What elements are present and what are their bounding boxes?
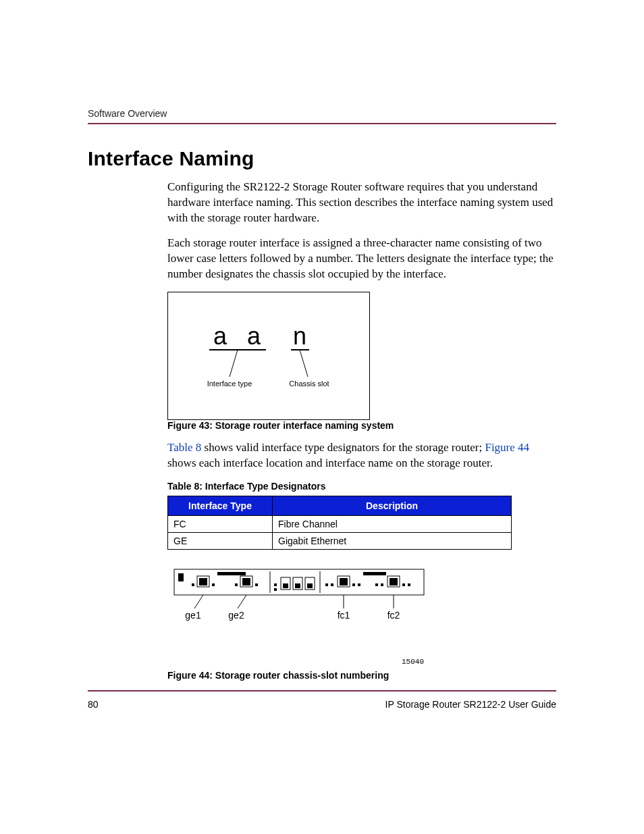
figure-43-caption: Figure 43: Storage router interface nami… <box>167 420 556 431</box>
fig44-label-fc1: fc1 <box>338 610 350 621</box>
svg-rect-13 <box>242 578 250 585</box>
svg-rect-34 <box>390 578 398 585</box>
svg-line-3 <box>230 350 238 377</box>
fig43-letter-a2: a <box>247 322 261 350</box>
svg-rect-14 <box>235 583 238 586</box>
table-header-row: Interface Type Description <box>168 496 512 515</box>
svg-rect-0 <box>168 292 370 419</box>
link-table-8[interactable]: Table 8 <box>167 441 201 454</box>
footer-rule <box>88 690 556 692</box>
svg-rect-35 <box>375 583 378 586</box>
guide-title: IP Storage Router SR2122-2 User Guide <box>385 699 556 710</box>
fig43-letter-a1: a <box>213 322 227 350</box>
table-8-r1c2: Fibre Channel <box>273 515 512 532</box>
fig44-image-id: 15040 <box>402 658 424 666</box>
svg-rect-22 <box>283 583 288 588</box>
running-header: Software Overview <box>88 108 556 119</box>
svg-rect-10 <box>192 583 194 586</box>
page-number: 80 <box>88 699 99 710</box>
svg-rect-11 <box>212 583 215 586</box>
fig43-label-chassis-slot: Chassis slot <box>289 380 329 388</box>
svg-rect-17 <box>274 583 277 586</box>
figure-44-caption: Figure 44: Storage router chassis-slot n… <box>167 670 556 681</box>
paragraph-2: Each storage router interface is assigne… <box>167 236 556 282</box>
paragraph-3: Table 8 shows valid interface type desig… <box>167 440 556 471</box>
svg-rect-9 <box>199 578 207 585</box>
table-8-r1c1: FC <box>168 515 273 532</box>
table-8-r2c2: Gigabit Ethernet <box>273 532 512 549</box>
table-8-caption: Table 8: Interface Type Designators <box>167 481 556 492</box>
svg-rect-5 <box>174 569 424 595</box>
fig43-letter-n: n <box>293 322 306 350</box>
figure-43: a a n Interface type Chassis slot Figure… <box>167 292 556 431</box>
svg-rect-23 <box>295 583 300 588</box>
svg-rect-38 <box>408 583 410 586</box>
figure-43-svg: a a n Interface type Chassis slot <box>167 292 370 420</box>
content-column: Configuring the SR2122-2 Storage Router … <box>167 180 556 681</box>
svg-rect-32 <box>358 583 360 586</box>
section-title: Interface Naming <box>88 147 556 170</box>
fig43-label-interface-type: Interface type <box>207 380 252 388</box>
svg-rect-29 <box>325 583 328 586</box>
svg-rect-30 <box>331 583 333 586</box>
svg-rect-26 <box>363 572 386 575</box>
svg-rect-6 <box>178 573 184 581</box>
svg-line-39 <box>194 595 203 608</box>
table-row: FC Fibre Channel <box>168 515 512 532</box>
svg-rect-18 <box>274 588 277 591</box>
figure-44-svg: ge1 ge2 fc1 fc2 15040 <box>167 566 437 667</box>
svg-rect-15 <box>255 583 258 586</box>
svg-line-4 <box>300 350 308 377</box>
svg-rect-24 <box>307 583 313 588</box>
fig44-label-ge2: ge2 <box>228 610 244 621</box>
fig44-label-ge1: ge1 <box>185 610 201 621</box>
page: Software Overview Interface Naming Confi… <box>0 0 644 834</box>
svg-rect-36 <box>381 583 383 586</box>
table-8-h1: Interface Type <box>168 496 273 515</box>
table-8-r2c1: GE <box>168 532 273 549</box>
paragraph-1: Configuring the SR2122-2 Storage Router … <box>167 180 556 226</box>
svg-rect-7 <box>217 572 246 575</box>
link-figure-44[interactable]: Figure 44 <box>485 441 529 454</box>
svg-rect-31 <box>352 583 355 586</box>
fig44-label-fc2: fc2 <box>387 610 400 621</box>
table-8-h2: Description <box>273 496 512 515</box>
svg-rect-28 <box>340 578 348 585</box>
svg-rect-37 <box>402 583 405 586</box>
header-rule <box>88 123 556 124</box>
figure-44: ge1 ge2 fc1 fc2 15040 Figure 44: Storage… <box>167 566 556 681</box>
table-8: Interface Type Description FC Fibre Chan… <box>167 496 512 550</box>
svg-line-40 <box>238 595 246 608</box>
page-footer: 80 IP Storage Router SR2122-2 User Guide <box>88 699 556 710</box>
table-row: GE Gigabit Ethernet <box>168 532 512 549</box>
